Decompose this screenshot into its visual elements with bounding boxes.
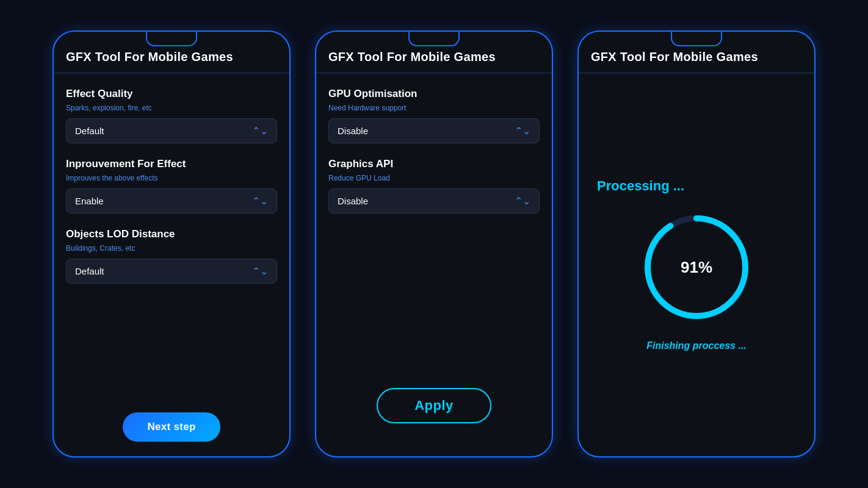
finishing-text: Finishing proccess ... xyxy=(646,340,747,351)
phone1-header: GFX Tool For Mobile Games xyxy=(54,32,289,73)
improvement-subtitle: Improuves the above effects xyxy=(66,174,277,182)
graphics-api-subtitle: Reduce GPU Load xyxy=(328,174,540,182)
setting-group-lod: Objects LOD Distance Buildings, Crates, … xyxy=(66,228,277,284)
left-button-6 xyxy=(577,129,578,157)
graphics-api-title: Graphics API xyxy=(328,158,540,170)
setting-group-effect-quality: Effect Quality Sparks, explosion, fire, … xyxy=(66,88,277,143)
improvement-arrow: ⌃⌄ xyxy=(252,195,268,207)
gpu-title: GPU Optimisation xyxy=(328,88,540,100)
phone2-header: GFX Tool For Mobile Games xyxy=(316,32,552,73)
lod-value: Default xyxy=(75,266,104,276)
phone1-title: GFX Tool For Mobile Games xyxy=(66,50,277,64)
improvement-value: Enable xyxy=(75,196,104,206)
phone3-header: GFX Tool For Mobile Games xyxy=(579,32,814,73)
lod-title: Objects LOD Distance xyxy=(66,228,277,240)
left-button-3 xyxy=(315,93,316,120)
gpu-arrow: ⌃⌄ xyxy=(515,125,530,137)
gpu-dropdown[interactable]: Disable ⌃⌄ xyxy=(328,118,540,143)
effect-quality-value: Default xyxy=(75,126,104,136)
setting-group-improvement: Inprouvement For Effect Improuves the ab… xyxy=(66,158,277,214)
effect-quality-dropdown[interactable]: Default ⌃⌄ xyxy=(66,118,277,143)
lod-subtitle: Buildings, Crates, etc xyxy=(66,244,277,253)
improvement-title: Inprouvement For Effect xyxy=(66,158,277,170)
phone-frame-1: GFX Tool For Mobile Games Effect Quality… xyxy=(52,30,291,458)
setting-group-graphics-api: Graphics API Reduce GPU Load Disable ⌃⌄ xyxy=(328,158,540,214)
lod-arrow: ⌃⌄ xyxy=(252,265,268,277)
gpu-value: Disable xyxy=(338,126,368,136)
phone-frame-3: GFX Tool For Mobile Games Processing ...… xyxy=(577,30,816,458)
effect-quality-arrow: ⌃⌄ xyxy=(252,125,268,137)
lod-dropdown[interactable]: Default ⌃⌄ xyxy=(66,259,277,284)
left-button-4 xyxy=(315,129,316,157)
progress-circle: 91% xyxy=(642,212,751,322)
left-button-2 xyxy=(52,129,53,157)
improvement-dropdown[interactable]: Enable ⌃⌄ xyxy=(66,188,277,214)
graphics-api-dropdown[interactable]: Disable ⌃⌄ xyxy=(328,188,540,214)
phone-frame-2: GFX Tool For Mobile Games GPU Optimisati… xyxy=(315,30,553,458)
apply-button[interactable]: Apply xyxy=(377,388,491,423)
graphics-api-value: Disable xyxy=(338,196,368,206)
effect-quality-subtitle: Sparks, explosion, fire, etc xyxy=(66,104,277,112)
phone1-content: Effect Quality Sparks, explosion, fire, … xyxy=(54,73,289,456)
effect-quality-title: Effect Quality xyxy=(66,88,277,100)
percent-label: 91% xyxy=(681,258,712,277)
processing-content: Processing ... 91% Finishing proccess ..… xyxy=(579,73,814,456)
left-button-1 xyxy=(52,93,53,120)
phone2-content: GPU Optimisation Need Hardware support D… xyxy=(316,73,552,456)
graphics-api-arrow: ⌃⌄ xyxy=(515,195,530,207)
processing-title: Processing ... xyxy=(591,178,802,194)
left-button-5 xyxy=(577,93,578,120)
phone3-title: GFX Tool For Mobile Games xyxy=(591,50,802,64)
setting-group-gpu: GPU Optimisation Need Hardware support D… xyxy=(328,88,540,143)
phone2-title: GFX Tool For Mobile Games xyxy=(328,50,540,64)
next-step-button[interactable]: Next step xyxy=(123,412,220,442)
gpu-subtitle: Need Hardware support xyxy=(328,104,540,112)
